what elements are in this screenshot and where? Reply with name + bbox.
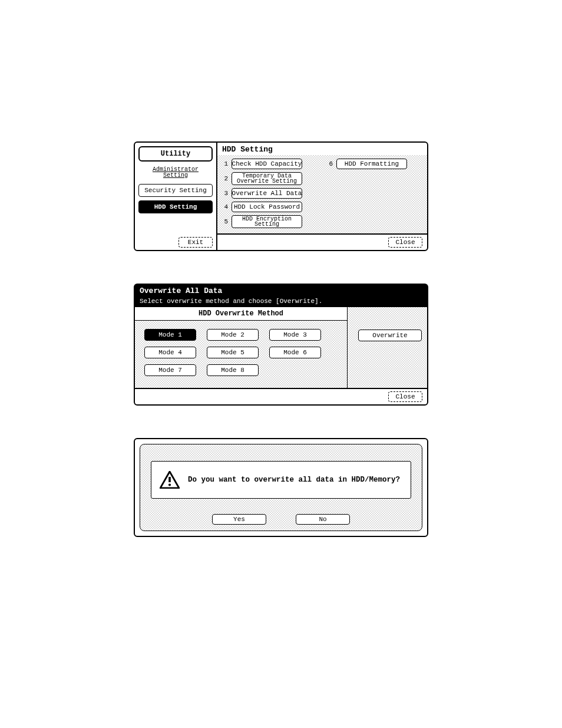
overwrite-all-data-screen: Overwrite All Data Select overwrite meth…	[134, 284, 428, 406]
item-number: 3	[222, 190, 228, 197]
item-number: 5	[222, 218, 228, 225]
panel-title: HDD Setting	[217, 143, 427, 155]
action-pane: Overwrite	[348, 307, 428, 388]
panel-title: Overwrite All Data	[135, 285, 427, 298]
item-number: 1	[222, 160, 228, 167]
confirm-dialog: Do you want to overwrite all data in HDD…	[151, 461, 411, 499]
svg-rect-1	[168, 477, 171, 482]
breadcrumb-hdd-setting[interactable]: HDD Setting	[138, 200, 213, 213]
mode-7-button[interactable]: Mode 7	[144, 364, 196, 376]
hdd-encryption-setting-button[interactable]: HDD Encryption Setting	[232, 215, 302, 228]
mode-3-button[interactable]: Mode 3	[269, 329, 321, 341]
overwrite-method-pane: HDD Overwrite Method Mode 1 Mode 2 Mode …	[135, 307, 348, 388]
hdd-setting-main: HDD Setting 1 Check HDD Capacity 2 Tempo…	[217, 143, 427, 250]
confirm-message: Do you want to overwrite all data in HDD…	[188, 476, 400, 484]
item-number: 2	[222, 175, 228, 182]
mode-6-button[interactable]: Mode 6	[269, 347, 321, 358]
confirm-overwrite-screen: Do you want to overwrite all data in HDD…	[134, 438, 428, 537]
hdd-setting-screen: Utility Administrator Setting Security S…	[134, 141, 428, 251]
no-button[interactable]: No	[296, 514, 350, 525]
yes-button[interactable]: Yes	[212, 514, 266, 525]
temporary-data-overwrite-setting-button[interactable]: Temporary Data Overwrite Setting	[232, 172, 302, 185]
mode-4-button[interactable]: Mode 4	[144, 347, 196, 358]
item-number: 4	[222, 203, 228, 210]
utility-pill: Utility	[138, 146, 213, 162]
mode-5-button[interactable]: Mode 5	[207, 347, 259, 358]
sidebar: Utility Administrator Setting Security S…	[135, 143, 217, 250]
check-hdd-capacity-button[interactable]: Check HDD Capacity	[232, 159, 302, 169]
panel-subtitle: Select overwrite method and choose [Over…	[135, 298, 427, 307]
hdd-lock-password-button[interactable]: HDD Lock Password	[232, 202, 302, 212]
method-header: HDD Overwrite Method	[135, 307, 347, 321]
item-number: 6	[327, 160, 333, 167]
svg-point-2	[168, 483, 171, 486]
mode-2-button[interactable]: Mode 2	[207, 329, 259, 341]
exit-button[interactable]: Exit	[178, 237, 213, 248]
close-button[interactable]: Close	[388, 237, 422, 248]
breadcrumb-security-setting[interactable]: Security Setting	[138, 184, 213, 197]
hdd-formatting-button[interactable]: HDD Formatting	[336, 159, 407, 169]
overwrite-button[interactable]: Overwrite	[358, 330, 422, 341]
close-button[interactable]: Close	[388, 391, 422, 402]
mode-1-button[interactable]: Mode 1	[144, 329, 196, 341]
breadcrumb-admin-setting[interactable]: Administrator Setting	[138, 165, 213, 180]
warning-icon	[160, 471, 180, 489]
mode-8-button[interactable]: Mode 8	[207, 364, 259, 376]
overwrite-all-data-button[interactable]: Overwrite All Data	[232, 188, 302, 199]
